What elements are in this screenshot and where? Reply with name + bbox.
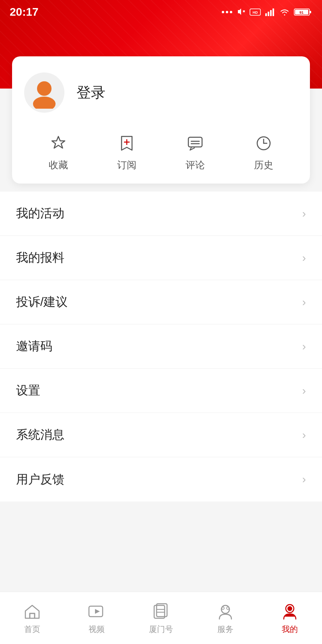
profile-header: 登录 (24, 72, 298, 113)
menu-item-feedback[interactable]: 用户反馈 › (0, 457, 322, 502)
svg-rect-9 (270, 10, 272, 16)
svg-rect-10 (272, 8, 274, 16)
svg-text:HD: HD (253, 10, 258, 14)
subscribe-label: 订阅 (117, 159, 136, 171)
svg-point-2 (230, 11, 232, 13)
subscribe-action[interactable]: 订阅 (116, 133, 137, 171)
avatar[interactable] (24, 72, 64, 113)
comment-label: 评论 (186, 159, 205, 171)
menu-item-my-activity[interactable]: 我的活动 › (0, 192, 322, 236)
svg-point-38 (287, 606, 292, 611)
history-icon (253, 133, 274, 154)
nav-item-home[interactable]: 首页 (0, 601, 64, 635)
collect-label: 收藏 (49, 159, 68, 171)
profile-card: 登录 收藏 (12, 56, 310, 184)
xiamen-icon (151, 601, 171, 621)
mine-icon (280, 601, 300, 621)
chevron-icon: › (302, 252, 306, 264)
service-nav-label: 服务 (217, 624, 233, 635)
main-content: 20:17 HD (0, 0, 322, 644)
chevron-icon: › (302, 384, 306, 397)
status-time: 20:17 (10, 6, 39, 19)
svg-marker-17 (52, 136, 65, 148)
mine-nav-label: 我的 (282, 624, 298, 635)
service-icon (215, 601, 235, 621)
menu-item-invite-code[interactable]: 邀请码 › (0, 324, 322, 369)
svg-rect-7 (265, 13, 267, 16)
chevron-icon: › (302, 429, 306, 442)
wifi-icon (279, 8, 290, 17)
comment-icon (185, 133, 206, 154)
home-nav-label: 首页 (24, 624, 40, 635)
svg-point-15 (37, 81, 52, 96)
quick-actions: 收藏 订阅 (24, 129, 298, 171)
chevron-icon: › (302, 340, 306, 353)
bottom-nav: 首页 视频 厦门号 (0, 592, 322, 644)
battery-icon: 91 (294, 8, 312, 17)
history-action[interactable]: 历史 (253, 133, 274, 171)
svg-point-0 (222, 11, 224, 13)
chevron-icon: › (302, 296, 306, 309)
nav-item-mine[interactable]: 我的 (258, 601, 322, 635)
svg-text:91: 91 (299, 10, 303, 14)
menu-item-settings[interactable]: 设置 › (0, 369, 322, 413)
video-nav-label: 视频 (89, 624, 105, 635)
mute-icon (237, 8, 246, 17)
svg-rect-20 (188, 137, 202, 147)
menu-list: 我的活动 › 我的报料 › 投诉/建议 › 邀请码 › 设置 › 系统消息 › … (0, 192, 322, 502)
status-bar: 20:17 HD (0, 0, 322, 24)
history-label: 历史 (254, 159, 273, 171)
nav-item-xiamen[interactable]: 厦门号 (129, 601, 193, 635)
avatar-icon (28, 76, 60, 109)
collect-icon (48, 133, 69, 154)
hd-icon: HD (250, 8, 261, 16)
svg-point-1 (226, 11, 228, 13)
xiamen-nav-label: 厦门号 (149, 624, 173, 635)
svg-point-36 (227, 607, 229, 609)
home-icon (22, 601, 42, 621)
svg-point-35 (222, 607, 224, 609)
nav-item-service[interactable]: 服务 (193, 601, 258, 635)
svg-rect-27 (30, 613, 35, 618)
signal-bars-icon (265, 8, 275, 17)
login-button[interactable]: 登录 (76, 83, 105, 103)
menu-item-complaint[interactable]: 投诉/建议 › (0, 280, 322, 324)
subscribe-icon (116, 133, 137, 154)
svg-marker-29 (95, 609, 100, 614)
video-icon (87, 601, 107, 621)
chevron-icon: › (302, 473, 306, 486)
chevron-icon: › (302, 207, 306, 220)
status-icons: HD 91 (221, 8, 312, 17)
menu-item-system-msg[interactable]: 系统消息 › (0, 413, 322, 457)
collect-action[interactable]: 收藏 (48, 133, 69, 171)
comment-action[interactable]: 评论 (185, 133, 206, 171)
svg-point-16 (33, 97, 56, 109)
svg-rect-8 (268, 12, 269, 16)
svg-rect-12 (310, 11, 311, 13)
signal-dots-icon (221, 8, 233, 16)
menu-item-my-report[interactable]: 我的报料 › (0, 236, 322, 280)
nav-item-video[interactable]: 视频 (64, 601, 129, 635)
